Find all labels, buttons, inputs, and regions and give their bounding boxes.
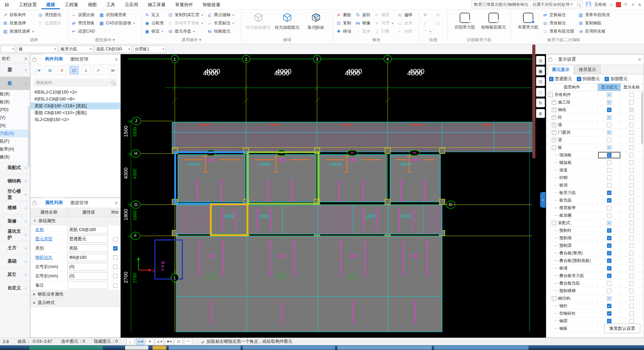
tab-drawing-management[interactable]: 图纸管理 — [68, 55, 91, 64]
windows-taskbar[interactable] — [0, 345, 644, 350]
sidebar-item-0[interactable]: 现浇板(B) — [0, 90, 30, 98]
arc-tool-button[interactable]: ◠ — [184, 338, 192, 345]
lock-icon[interactable] — [548, 59, 552, 62]
show-element-checkbox[interactable] — [607, 213, 611, 218]
show-name-checkbox[interactable] — [629, 93, 634, 97]
snap-button[interactable]: ✚▾ — [165, 338, 173, 345]
show-element-checkbox[interactable]: ✓ — [607, 266, 611, 270]
drag-handle-icon[interactable]: ∷ — [554, 58, 556, 60]
property-group-0[interactable]: ▼基础属性 — [31, 217, 120, 225]
taskbar-window[interactable] — [243, 346, 335, 350]
define-button[interactable]: ✎定义 — [145, 11, 164, 19]
align-button[interactable]: ≡对齐▾ — [375, 20, 393, 27]
show-name-checkbox[interactable] — [629, 153, 634, 157]
headset-icon[interactable]: ∩ — [610, 2, 613, 7]
menu-item-4[interactable]: 工具 — [101, 0, 120, 9]
drag-handle-icon[interactable]: ∷ — [38, 202, 40, 204]
restore-cad-button[interactable]: ↩还原CAD — [71, 28, 95, 35]
list-item-4[interactable]: SLJ-C8@150 <2> — [31, 116, 120, 123]
property-value-input[interactable]: 底筋 C8@180 — [68, 226, 108, 233]
show-name-checkbox[interactable] — [629, 108, 634, 112]
sidebar-category-bot-0[interactable]: 装配式∨ — [0, 161, 30, 174]
attach-checkbox[interactable] — [113, 283, 118, 288]
picker-button[interactable]: ↗拾取构件 — [3, 11, 34, 19]
sidebar-item-2[interactable]: 坡道(PD) — [0, 106, 30, 114]
help-search-input[interactable]: 数层三维显示图元/轴网有错位，位置不对应如何处理？ — [472, 1, 583, 8]
collapse-ribbon-icon[interactable]: ∧ — [638, 2, 641, 7]
circle-draw-button[interactable]: ⊘ — [435, 11, 440, 19]
new-component-button[interactable]: □▾ — [33, 66, 43, 75]
show-name-checkbox[interactable] — [629, 115, 634, 120]
menu-item-start[interactable]: 始 — [0, 0, 14, 9]
show-name-checkbox[interactable] — [629, 221, 634, 225]
menu-item-6[interactable]: 施工算量 — [143, 0, 170, 9]
context-combo-4[interactable]: 分层板1▾ — [133, 46, 166, 53]
tree-scrollbar[interactable] — [641, 92, 643, 144]
property-value-input[interactable]: 普通图元 — [68, 235, 108, 243]
layout-rebar-button[interactable]: ✱布置受力筋 — [514, 11, 543, 30]
property-value-input[interactable]: 底筋 — [68, 244, 108, 252]
list-item-0[interactable]: KBSLJ-C10@150 <2> — [31, 89, 120, 96]
menu-item-2[interactable]: 工程量 — [60, 0, 83, 9]
delete-component-button[interactable]: ✕ — [57, 66, 67, 75]
menu-item-0[interactable]: 工程设置 — [14, 0, 41, 9]
show-name-checkbox[interactable] — [629, 228, 634, 233]
taskbar-window[interactable] — [434, 346, 528, 350]
show-name-checkbox[interactable] — [629, 251, 634, 255]
show-name-checkbox[interactable] — [629, 130, 634, 135]
expand-icon[interactable]: + — [552, 130, 556, 135]
check-slab-rebar-button[interactable]: ✓校核板筋图元 — [479, 11, 508, 30]
cube-view-button[interactable]: ▣ — [536, 67, 545, 75]
drag-handle-icon[interactable]: ∷ — [38, 58, 40, 60]
batch-draw-button[interactable]: ⊡ — [174, 338, 183, 345]
swap-annotation-button[interactable]: ⇄交换标注 — [543, 11, 574, 19]
show-name-checkbox[interactable] — [629, 138, 634, 142]
property-value-input[interactable]: Φ8@180 — [68, 254, 108, 261]
view-rebar-range-button[interactable]: □查看布筋范围 — [543, 28, 574, 35]
cross-button[interactable]: ✕ — [146, 338, 154, 345]
show-element-checkbox[interactable] — [607, 100, 611, 105]
sidebar-category-bot-9[interactable]: 自定义∨ — [0, 281, 30, 295]
sidebar-item-6[interactable]: 板负筋(F) — [0, 137, 30, 145]
sidebar-item-3[interactable]: 柱帽(V) — [0, 114, 30, 122]
show-element-checkbox[interactable]: ✓ — [607, 258, 611, 263]
taskbar-window[interactable] — [169, 346, 241, 350]
attach-checkbox[interactable] — [113, 255, 118, 260]
show-element-checkbox[interactable] — [607, 296, 611, 301]
expand-icon[interactable]: + — [552, 123, 556, 127]
show-name-checkbox[interactable] — [629, 243, 634, 248]
search-icon[interactable] — [577, 3, 580, 6]
expand-icon[interactable]: + — [552, 100, 556, 105]
property-group-9[interactable]: ▶显示样式 — [31, 299, 120, 307]
list-button[interactable]: ≣ — [536, 109, 545, 118]
sidebar-category-bot-4[interactable]: 装修∨ — [0, 215, 30, 228]
copy-to-layer-button[interactable]: ⊡复制到其它层▾ — [168, 11, 203, 19]
show-name-checkbox[interactable] — [629, 191, 634, 195]
list-item-1[interactable]: KBSLJ-C8@180 <8> — [31, 96, 120, 102]
nav-scrollbar[interactable] — [28, 106, 29, 167]
show-element-checkbox[interactable] — [607, 168, 611, 172]
show-element-checkbox[interactable]: ✓ — [607, 304, 611, 308]
attach-checkbox[interactable]: ✓ — [113, 246, 118, 251]
show-element-checkbox[interactable] — [607, 289, 611, 293]
type-filter-checkbox-0[interactable]: ✓ — [549, 77, 554, 81]
property-value-input[interactable]: (0) — [68, 272, 108, 280]
show-name-checkbox[interactable] — [629, 236, 634, 240]
show-name-checkbox[interactable] — [629, 258, 634, 263]
sidebar-category-board[interactable]: 板∧ — [0, 77, 30, 90]
sidebar-item-1[interactable]: 螺旋板(B) — [0, 98, 30, 106]
auto-align-roof-button[interactable]: ⊓自动平齐顶板▾ — [168, 20, 203, 27]
rect-draw-button[interactable]: ▭ — [435, 20, 440, 27]
show-name-checkbox[interactable] — [629, 160, 634, 165]
show-element-checkbox[interactable]: ✓ — [607, 236, 611, 240]
show-name-checkbox[interactable] — [629, 281, 634, 286]
tab-property-list[interactable]: 属性列表 — [42, 198, 65, 208]
show-name-checkbox[interactable] — [629, 304, 634, 308]
show-element-checkbox[interactable]: ✓ — [607, 228, 611, 233]
close-icon[interactable]: ✕ — [24, 56, 28, 61]
ortho-button[interactable]: ∟ — [126, 338, 135, 345]
show-name-checkbox[interactable] — [629, 198, 634, 203]
column-header-show-name[interactable]: 显示名称 — [621, 84, 642, 91]
show-element-checkbox[interactable]: ✓ — [607, 274, 611, 278]
mirror-button[interactable]: ⋈镜像 — [355, 20, 370, 27]
